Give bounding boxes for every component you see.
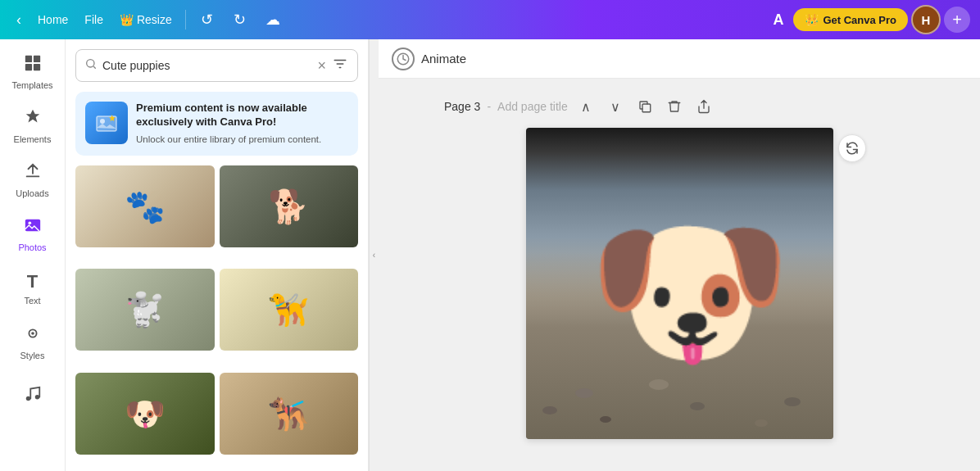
sidebar-item-music[interactable] [3,370,62,423]
delete-page-button[interactable] [663,95,686,118]
back-button[interactable]: ‹ [10,8,28,32]
main-area: Templates Elements Uploads Photos T Text [0,39,980,471]
svg-point-8 [25,396,30,401]
topbar-divider [185,10,186,29]
photos-label: Photos [18,242,46,252]
photo-item[interactable]: 🦮 [220,269,359,351]
get-pro-label: Get Canva Pro [823,14,896,26]
photo-grid: 🐾 🐕 🐩 🦮 🐶 🐕‍🦺 [66,165,368,471]
music-icon [24,385,42,408]
page-down-button[interactable]: ∨ [604,95,627,118]
text-label: Text [24,296,40,306]
page-down-icon: ∨ [610,99,620,115]
share-page-button[interactable] [692,95,715,118]
animate-circle-icon [392,48,415,70]
photo-item[interactable]: 🐾 [75,165,215,247]
svg-rect-3 [33,64,39,70]
page-header: Page 3 - Add page title ∧ ∨ [444,95,715,118]
svg-rect-14 [642,104,651,112]
get-canva-pro-button[interactable]: 👑 Get Canva Pro [793,8,908,31]
resize-crown-icon: 👑 [120,13,134,26]
premium-thumbnail [85,102,128,144]
svg-point-9 [34,395,39,400]
resize-button[interactable]: 👑 Resize [113,10,179,29]
cloud-icon: ☁ [265,11,280,29]
search-icon [84,57,98,74]
templates-label: Templates [11,80,52,90]
page-up-icon: ∧ [581,99,591,115]
uploads-label: Uploads [16,188,48,198]
photos-icon [24,216,42,239]
sidebar-item-elements[interactable]: Elements [3,100,62,152]
svg-rect-1 [33,56,39,62]
premium-banner: Premium content is now available exclusi… [75,92,358,156]
font-button[interactable]: A [766,8,790,32]
redo-button[interactable]: ↻ [225,5,255,34]
undo-icon: ↺ [201,11,213,29]
photo-item[interactable]: 🐕‍🦺 [220,373,359,455]
redo-icon: ↻ [234,11,246,29]
premium-text: Premium content is now available exclusi… [136,102,348,146]
svg-point-5 [28,221,31,224]
canvas-area: Animate Page 3 - Add page title ∧ ∨ [379,39,980,471]
undo-button[interactable]: ↺ [193,5,222,34]
premium-subtitle: Unlock our entire library of premium con… [136,133,348,146]
svg-point-7 [31,332,34,335]
sidebar-icons: Templates Elements Uploads Photos T Text [0,39,66,471]
text-icon: T [27,271,38,292]
canvas-content: Page 3 - Add page title ∧ ∨ [379,79,980,471]
canvas-page-wrapper: 🐶 [526,128,833,439]
svg-point-12 [100,119,105,124]
svg-point-10 [87,60,94,67]
animate-label: Animate [421,52,466,66]
font-a-label: A [773,11,783,28]
topbar: ‹ Home File 👑 Resize ↺ ↻ ☁ A 👑 Get Canva… [0,0,980,39]
templates-icon [24,54,42,77]
elements-label: Elements [14,134,52,144]
add-page-title[interactable]: Add page title [497,100,568,113]
svg-rect-0 [25,56,31,62]
canvas-page[interactable]: 🐶 [526,128,833,439]
animate-bar: Animate [379,39,980,79]
copy-page-button[interactable] [633,95,656,118]
sidebar-item-uploads[interactable]: Uploads [3,154,62,206]
avatar[interactable]: H [911,5,941,34]
filter-button[interactable] [331,55,349,76]
file-label: File [84,13,103,26]
file-button[interactable]: File [78,10,110,29]
elements-icon [24,108,42,131]
styles-icon [24,324,42,347]
page-label: Page 3 [444,100,480,113]
collapse-panel-handle[interactable]: ‹ [369,39,379,471]
page-up-button[interactable]: ∧ [574,95,597,118]
beagle-emoji: 🐶 [588,210,792,374]
refresh-suggestions-button[interactable] [838,134,866,162]
search-bar: × [75,49,358,82]
sidebar-item-styles[interactable]: Styles [3,316,62,369]
resize-label: Resize [137,13,172,26]
avatar-label: H [922,13,931,27]
styles-label: Styles [20,351,45,360]
clear-icon: × [317,57,326,74]
back-icon: ‹ [16,11,21,29]
add-icon: + [952,11,962,29]
photo-item[interactable]: 🐩 [75,269,215,351]
collapse-arrow-icon: ‹ [373,251,375,260]
sidebar-item-text[interactable]: T Text [3,262,62,315]
premium-title: Premium content is now available exclusi… [136,102,348,129]
search-panel: × Premium content is now available exclu… [66,39,369,471]
uploads-icon [24,162,42,185]
crown-icon: 👑 [805,13,819,26]
home-label: Home [38,13,68,26]
search-input[interactable] [102,59,312,72]
photo-item[interactable]: 🐶 [75,373,215,455]
add-button[interactable]: + [944,7,970,33]
photo-item[interactable]: 🐕 [220,165,359,247]
sidebar-item-photos[interactable]: Photos [3,208,62,260]
home-button[interactable]: Home [31,10,75,29]
sidebar-item-templates[interactable]: Templates [3,46,62,98]
cloud-save-button[interactable]: ☁ [258,5,288,34]
clear-search-button[interactable]: × [317,58,326,73]
svg-rect-2 [25,64,31,70]
page-title-dash: - [487,100,491,113]
